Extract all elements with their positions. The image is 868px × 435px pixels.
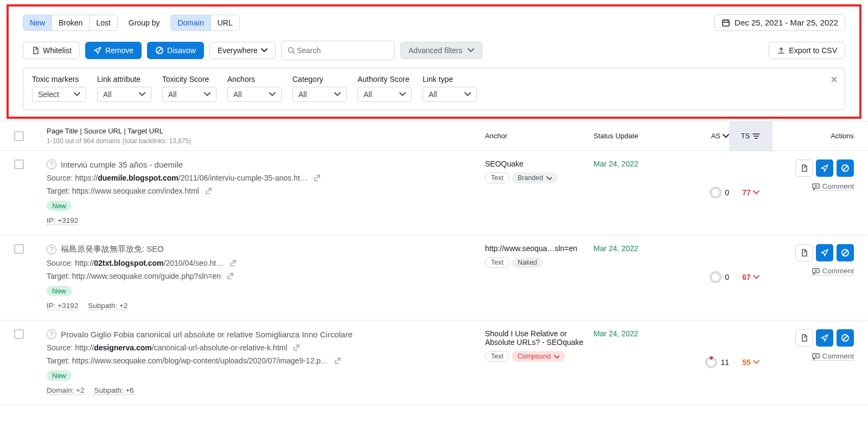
disavow-button[interactable]: Disavow: [147, 42, 204, 59]
action-whitelist-icon[interactable]: [795, 159, 813, 177]
date-range-picker[interactable]: Dec 25, 2021 - Mar 25, 2022: [714, 14, 845, 31]
as-donut-icon: [705, 356, 717, 368]
as-donut-icon: [710, 271, 722, 283]
row-checkbox[interactable]: [14, 329, 24, 339]
col-title: Page Title | Source URL | Target URL: [47, 127, 485, 135]
scope-dropdown[interactable]: Everywhere: [209, 42, 276, 59]
col-status-update: Status Update: [593, 132, 680, 140]
anchor-pill[interactable]: Naked: [512, 257, 543, 268]
chevron-down-icon: [334, 92, 341, 97]
chevron-down-icon: [204, 92, 210, 97]
chevron-down-icon: [464, 92, 471, 97]
new-badge: New: [47, 201, 72, 211]
action-remove-icon[interactable]: [816, 244, 833, 261]
target-url: https://www.seoquake.com/blog/wp-content…: [72, 356, 328, 365]
filter-authority-score-label: Authority Score: [358, 75, 412, 84]
remove-button[interactable]: Remove: [85, 42, 142, 59]
filter-toxicity-score-label: Toxicity Score: [162, 75, 216, 84]
external-link-icon[interactable]: [313, 174, 321, 182]
groupby-domain[interactable]: Domain: [171, 15, 210, 30]
filter-category[interactable]: All: [292, 87, 347, 102]
calendar-icon: [722, 18, 730, 27]
source-url: http://designerva.com/canonical-url-abso…: [75, 343, 287, 352]
tab-new[interactable]: New: [23, 15, 52, 30]
filter-link-type[interactable]: All: [423, 87, 477, 102]
action-whitelist-icon[interactable]: [795, 244, 813, 261]
chevron-down-icon: [399, 92, 406, 97]
filter-toxic-markers[interactable]: Select: [32, 87, 86, 102]
status-date: Mar 24, 2022: [593, 159, 680, 225]
disavow-icon: [155, 46, 164, 55]
authority-score: 0: [680, 244, 729, 310]
filter-toxicity-score[interactable]: All: [162, 87, 216, 102]
search-input-wrap[interactable]: [281, 41, 395, 60]
col-as[interactable]: AS: [680, 132, 729, 140]
date-range-text: Dec 25, 2021 - Mar 25, 2022: [735, 18, 838, 27]
action-remove-icon[interactable]: [816, 159, 833, 177]
help-icon[interactable]: ?: [47, 245, 56, 254]
export-icon: [777, 46, 786, 55]
col-ts[interactable]: TS: [729, 121, 773, 151]
close-filters-icon[interactable]: ✕: [830, 74, 838, 86]
table-row: ? 福島原発事故無罪放免: SEO Source: http://02txt.b…: [0, 235, 868, 321]
advanced-filters-panel: Toxic markers Select Link attribute All …: [23, 68, 845, 110]
filter-anchors[interactable]: All: [227, 87, 282, 102]
row-badge[interactable]: IP: +3192: [47, 216, 78, 225]
anchor-pill[interactable]: Compound: [512, 351, 565, 362]
row-title: Interviú cumple 35 años - duemile: [61, 160, 183, 169]
status-tabs: New Broken Lost: [23, 15, 118, 31]
source-url: http://02txt.blogspot.com/2010/04/seo.ht…: [75, 259, 224, 267]
anchor-pill[interactable]: Text: [485, 172, 509, 183]
tab-lost[interactable]: Lost: [90, 15, 117, 30]
filters-red-outline: New Broken Lost Group by Domain URL Dec …: [7, 4, 861, 119]
advanced-filters-button[interactable]: Advanced filters: [400, 42, 483, 59]
whitelist-button[interactable]: Whitelist: [23, 42, 80, 59]
target-url: https://www.seoquake.com/index.html: [72, 187, 199, 195]
help-icon[interactable]: ?: [47, 159, 56, 169]
row-badge[interactable]: Subpath: +6: [94, 386, 133, 395]
action-disavow-icon[interactable]: [837, 244, 854, 261]
toxicity-score[interactable]: 67: [729, 244, 773, 310]
tab-broken[interactable]: Broken: [52, 15, 90, 30]
new-badge: New: [47, 286, 72, 296]
filter-link-attribute[interactable]: All: [97, 87, 151, 102]
filter-authority-score[interactable]: All: [358, 87, 412, 102]
row-badge[interactable]: Subpath: +2: [88, 302, 127, 310]
row-badge[interactable]: Domain: +2: [47, 386, 84, 395]
groupby-label: Group by: [129, 18, 160, 27]
target-url: http://www.seoquake.com/guide.php?sln=en: [72, 272, 221, 280]
toxicity-score[interactable]: 55: [729, 329, 773, 395]
select-all-checkbox[interactable]: [14, 131, 24, 141]
action-disavow-icon[interactable]: [837, 159, 854, 177]
comment-link[interactable]: Comment: [812, 182, 854, 191]
export-csv-button[interactable]: Export to CSV: [769, 42, 845, 59]
row-badge[interactable]: IP: +3192: [47, 302, 78, 310]
external-link-icon[interactable]: [205, 187, 212, 195]
source-label: Source:: [47, 343, 75, 352]
external-link-icon[interactable]: [292, 344, 300, 351]
action-remove-icon[interactable]: [816, 329, 833, 347]
toxicity-score[interactable]: 77: [729, 159, 773, 225]
comment-link[interactable]: Comment: [812, 352, 854, 361]
new-badge: New: [47, 370, 72, 381]
table-row: ? Interviú cumple 35 años - duemile Sour…: [0, 151, 868, 235]
comment-link[interactable]: Comment: [812, 267, 854, 276]
help-icon[interactable]: ?: [47, 329, 56, 339]
anchor-pill[interactable]: Text: [485, 351, 509, 362]
external-link-icon[interactable]: [334, 357, 341, 364]
action-whitelist-icon[interactable]: [795, 329, 813, 347]
external-link-icon[interactable]: [229, 259, 237, 267]
search-input[interactable]: [296, 46, 393, 55]
whitelist-icon: [31, 46, 40, 55]
action-disavow-icon[interactable]: [837, 329, 854, 347]
anchor-pill[interactable]: Text: [485, 257, 509, 268]
source-url: https://duemile.blogspot.com/2011/06/int…: [75, 174, 308, 182]
row-checkbox[interactable]: [14, 244, 24, 254]
row-checkbox[interactable]: [14, 159, 24, 169]
send-icon: [93, 46, 102, 55]
groupby-url[interactable]: URL: [211, 15, 239, 30]
anchor-text: http://www.seoqua…sln=en: [485, 244, 593, 253]
anchor-pill[interactable]: Branded: [512, 172, 558, 183]
row-title: Provalo Giglio Fobia canonical url absol…: [61, 330, 353, 339]
external-link-icon[interactable]: [226, 272, 234, 280]
